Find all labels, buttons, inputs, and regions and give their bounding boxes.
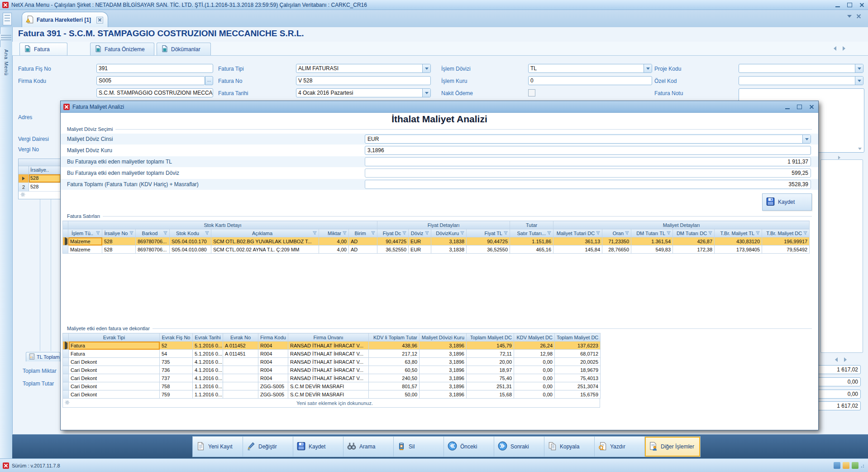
filter-funnel-icon[interactable] <box>596 231 600 236</box>
dropdown-icon[interactable] <box>644 64 652 72</box>
filter-funnel-icon[interactable] <box>313 231 317 236</box>
column-header-7[interactable]: KDV li Toplam Tutar <box>369 333 420 342</box>
firma-kodu-field[interactable]: S005 <box>96 76 205 85</box>
table-row[interactable]: Fatura525.1.2016 0...A 011452R004RANSAD … <box>63 342 601 350</box>
maliyet-doviz-kuru-field[interactable]: 3,1896 <box>365 146 811 155</box>
filter-funnel-icon[interactable] <box>708 231 712 236</box>
subtab-fatura-nizleme[interactable]: Fatura Önizleme <box>90 43 154 55</box>
firma-kodu-browse-button[interactable]: ... <box>205 76 213 85</box>
column-header-17[interactable]: T.Br. Maliyet TL <box>715 229 762 237</box>
irsaliye-grid-header[interactable]: İrsaliye.. <box>19 166 61 174</box>
close-icon[interactable] <box>858 2 866 8</box>
column-header-1[interactable]: Evrak Tipi <box>69 333 160 342</box>
subtab-d-k-manlar[interactable]: Dökümanlar <box>157 43 211 55</box>
table-row[interactable]: Cari Dekont7374.1.2016 0...R004RANSAD İT… <box>63 374 601 382</box>
dropdown-icon[interactable] <box>422 64 430 72</box>
filter-funnel-icon[interactable] <box>667 231 671 236</box>
subtab-prev-icon[interactable] <box>834 46 836 51</box>
fatura-tarihi-combo[interactable]: 4 Ocak 2016 Pazartesi <box>296 88 431 97</box>
maliyet-doviz-cinsi-combo[interactable]: EUR <box>365 135 811 144</box>
column-header-1[interactable]: İşlem Tü.. <box>68 229 102 237</box>
column-header-8[interactable]: Maliyet Dövizi Kuru <box>420 333 467 342</box>
filter-funnel-icon[interactable] <box>803 231 807 236</box>
gear-icon[interactable] <box>65 400 70 406</box>
filter-funnel-icon[interactable] <box>625 231 629 236</box>
resize-grip[interactable] <box>861 463 865 468</box>
gear-icon[interactable] <box>20 192 25 198</box>
filter-funnel-icon[interactable] <box>371 231 375 236</box>
column-header-5[interactable]: Açıklama <box>211 229 319 237</box>
dropdown-icon[interactable] <box>422 89 430 97</box>
window-status-icon[interactable] <box>834 462 840 469</box>
arama-button[interactable]: Arama <box>343 437 394 457</box>
subtab-next-icon[interactable] <box>843 46 845 51</box>
column-header-10[interactable]: KDV Maliyet DC <box>514 333 555 342</box>
tab-list-icon[interactable] <box>3 13 12 25</box>
filter-funnel-icon[interactable] <box>343 231 347 236</box>
filter-funnel-icon[interactable] <box>460 231 464 236</box>
table-row[interactable]: Malzeme528869780706...S05.04.010.080SCM … <box>63 246 810 254</box>
dropdown-icon[interactable] <box>855 77 863 85</box>
islem-dovizi-combo[interactable]: TL <box>528 64 652 73</box>
dialog-titlebar[interactable]: Fatura Maliyet Analizi <box>61 101 818 113</box>
grid-footer[interactable]: Yeni satır eklemek için dokununuz. <box>62 399 600 408</box>
filter-funnel-icon[interactable] <box>129 231 134 236</box>
dropdown-icon[interactable] <box>855 64 863 72</box>
column-header-5[interactable]: Firma Kodu <box>258 333 288 342</box>
dialog-close-icon[interactable] <box>807 104 816 110</box>
filter-funnel-icon[interactable] <box>504 231 508 236</box>
tab-strip-close-icon[interactable] <box>856 14 861 19</box>
dialog-maximize-icon[interactable] <box>796 104 804 110</box>
column-header-9[interactable]: Döviz <box>409 229 431 237</box>
filter-funnel-icon[interactable] <box>163 231 167 236</box>
column-header-3[interactable]: Barkod <box>136 229 170 237</box>
column-header-16[interactable]: DM Tutarı DC <box>673 229 715 237</box>
sync-status-icon[interactable] <box>852 462 858 469</box>
kaydet-button[interactable]: Kaydet <box>293 437 343 457</box>
ozel-kod-combo[interactable] <box>739 76 863 85</box>
önceki-button[interactable]: Önceki <box>444 437 494 457</box>
column-header-6[interactable]: Miktar <box>319 229 349 237</box>
notes-status-icon[interactable] <box>843 462 849 469</box>
tl-toplam-tab[interactable]: TL Toplam <box>26 352 60 361</box>
dropdown-icon[interactable] <box>802 135 811 143</box>
table-row[interactable]: Cari Dekont7591.1.2016 0...ZGG-S005S.C.M… <box>63 390 601 399</box>
nakit-odeme-checkbox[interactable] <box>528 89 535 96</box>
column-header-13[interactable]: Maliyet Tutari DC <box>553 229 602 237</box>
column-header-15[interactable]: DM Tutarı TL <box>631 229 673 237</box>
column-header-4[interactable]: Stok Kodu <box>170 229 211 237</box>
ana-menu-sidebar[interactable]: Ana Menü <box>0 27 13 458</box>
dialog-minimize-icon[interactable] <box>784 104 792 110</box>
filter-funnel-icon[interactable] <box>96 231 100 236</box>
irsaliye-row[interactable]: 528 <box>19 174 61 183</box>
table-row[interactable]: Cari Dekont7581.1.2016 0...ZGG-S005S.C.M… <box>63 382 601 390</box>
table-row[interactable]: Cari Dekont7354.1.2016 0...R004RANSAD İT… <box>63 358 601 366</box>
column-header-7[interactable]: Birim <box>349 229 377 237</box>
fatura-no-field[interactable]: V 528 <box>296 76 431 85</box>
subtab-fatura[interactable]: Fatura <box>19 43 67 55</box>
tab-fatura-hareketleri[interactable]: Fatura Hareketleri [1] <box>22 12 108 28</box>
filter-funnel-icon[interactable] <box>547 231 551 236</box>
table-row[interactable]: Cari Dekont7364.1.2016 0...R004RANSAD İT… <box>63 366 601 374</box>
filter-funnel-icon[interactable] <box>402 231 406 236</box>
column-header-11[interactable]: Fiyat TL <box>467 229 510 237</box>
sil-button[interactable]: Sil <box>394 437 444 457</box>
column-header-10[interactable]: DövizKuru <box>431 229 467 237</box>
column-header-12[interactable]: Satır Tutarı... <box>510 229 553 237</box>
minimize-icon[interactable] <box>834 2 842 8</box>
totals-next-icon[interactable] <box>844 357 847 362</box>
column-header-8[interactable]: Fiyat Dc <box>377 229 409 237</box>
diğer-i-şlemler-button[interactable]: Diğer İşlemler <box>645 437 700 457</box>
değiştir-button[interactable]: Değiştir <box>243 437 293 457</box>
irsaliye-row[interactable]: 2528 <box>19 183 61 192</box>
column-header-2[interactable]: İrsaliye No <box>102 229 136 237</box>
filter-funnel-icon[interactable] <box>205 231 209 236</box>
column-header-14[interactable]: Oran <box>602 229 631 237</box>
kopyala-button[interactable]: Kopyala <box>544 437 595 457</box>
column-header-9[interactable]: Toplam Maliyet DC <box>467 333 514 342</box>
sonraki-button[interactable]: Sonraki <box>494 437 544 457</box>
scroll-down-icon[interactable] <box>858 148 862 150</box>
proje-kodu-combo[interactable] <box>739 64 863 73</box>
filter-funnel-icon[interactable] <box>425 231 429 236</box>
column-header-3[interactable]: Evrak Tarihi <box>193 333 223 342</box>
